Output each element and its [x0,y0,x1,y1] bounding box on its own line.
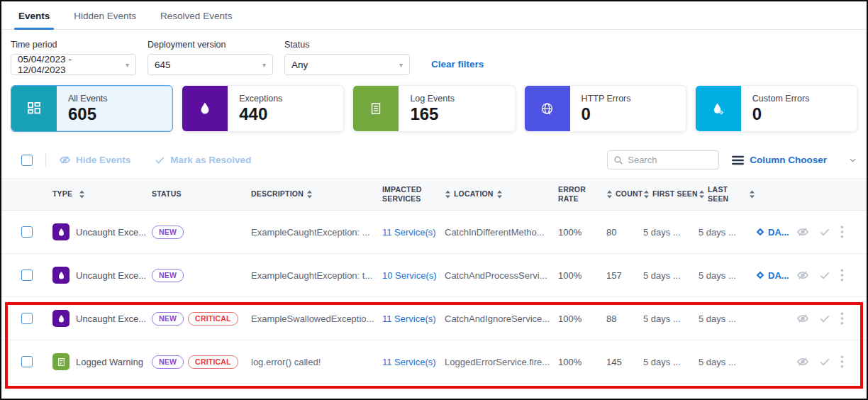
row-checkbox[interactable] [21,226,33,238]
header-status-label: STATUS [152,189,182,199]
event-description: log.error() called! [251,357,382,367]
sort-icon[interactable] [79,190,85,199]
card-label: All Events [68,94,108,104]
eye-off-icon[interactable] [796,269,809,282]
chevron-down-icon: ▾ [262,61,266,69]
error-rate: 100% [558,357,606,367]
sort-icon[interactable] [306,190,313,199]
event-count: 80 [606,227,643,238]
card-all-events[interactable]: All Events 605 [11,85,173,132]
check-icon[interactable] [819,270,830,281]
toolbar-divider [45,153,46,167]
chevron-down-icon: ▾ [126,61,129,69]
row-checkbox[interactable] [21,270,33,281]
error-rate: 100% [558,313,606,324]
impacted-services-link[interactable]: 10 Service(s) [382,270,437,281]
last-seen: 5 days ... [699,313,755,324]
sort-icon[interactable] [445,190,451,199]
header-impacted-services[interactable]: IMPACTED SERVICES [382,185,445,204]
deployment-tag[interactable]: DA... [768,227,789,238]
eye-off-icon[interactable] [796,355,809,368]
impacted-services-link[interactable]: 11 Service(s) [382,227,436,238]
header-type[interactable]: TYPE [52,189,152,199]
card-label: Custom Errors [752,94,810,104]
check-icon[interactable] [819,226,830,238]
status-label: Status [284,40,410,50]
last-seen: 5 days ... [699,227,755,238]
hide-events-button[interactable]: Hide Events [59,154,130,166]
exception-flame-icon [52,223,69,240]
table-header: TYPE STATUS DESCRIPTION IMPACTED SERVICE… [1,178,867,211]
check-icon[interactable] [819,313,830,324]
status-badge-critical: CRITICAL [188,312,238,326]
card-exceptions[interactable]: Exceptions 440 [182,85,344,132]
card-log-events[interactable]: Log Events 165 [352,85,515,132]
kebab-menu-icon[interactable] [840,312,844,325]
row-checkbox[interactable] [21,313,33,324]
card-value: 0 [582,105,631,123]
header-type-label: TYPE [52,189,72,199]
card-label: HTTP Errors [582,94,631,104]
deployment-tag[interactable]: DA... [768,270,789,281]
events-dashboard: Events Hidden Events Resolved Events Tim… [0,0,868,400]
status-value: Any [291,60,308,70]
header-last-seen[interactable]: LAST SEEN [699,185,755,204]
status-badge-new: NEW [152,226,184,239]
row-checkbox[interactable] [21,356,33,367]
header-description[interactable]: DESCRIPTION [251,189,382,199]
exception-flame-icon [52,310,69,327]
kebab-menu-icon[interactable] [840,355,844,368]
table-row: Uncaught Exce... NEW ExampleCaughtExcept… [1,211,867,254]
header-status[interactable]: STATUS [152,189,251,199]
sort-icon[interactable] [643,190,650,199]
impacted-services-link[interactable]: 11 Service(s) [382,357,436,367]
sort-icon[interactable] [606,190,613,199]
card-value: 440 [239,105,282,123]
clear-filters-link[interactable]: Clear filters [431,59,484,70]
kebab-menu-icon[interactable] [840,269,844,282]
eye-off-icon[interactable] [796,312,809,325]
collapse-chevron-icon[interactable] [848,155,857,165]
status-badge-new: NEW [152,269,184,282]
hamburger-icon [732,155,744,165]
header-count[interactable]: COUNT [606,189,643,199]
header-first-seen[interactable]: FIRST SEEN [643,189,699,199]
card-custom-errors[interactable]: Custom Errors 0 [695,85,857,132]
card-value: 605 [68,105,108,123]
tab-hidden-events[interactable]: Hidden Events [74,11,136,29]
sort-icon[interactable] [699,190,705,199]
card-label: Exceptions [239,94,282,104]
status-badge-new: NEW [152,355,184,369]
last-seen: 5 days ... [699,357,755,367]
search-input[interactable] [628,155,713,165]
last-seen: 5 days ... [699,270,755,281]
header-location[interactable]: LOCATION [445,189,558,199]
impacted-services-link[interactable]: 11 Service(s) [382,313,436,324]
sort-icon[interactable] [496,190,503,199]
globe-icon [525,86,570,131]
search-icon [613,155,623,165]
card-value: 0 [752,105,810,123]
column-chooser-button[interactable]: Column Chooser [732,155,827,165]
event-description: ExampleCaughtException: t... [251,270,382,281]
card-http-errors[interactable]: HTTP Errors 0 [524,85,686,132]
deployment-version-select[interactable]: 645 ▾ [148,54,273,75]
sort-icon[interactable] [749,190,755,199]
event-type: Uncaught Exce... [76,313,146,324]
status-select[interactable]: Any ▾ [284,54,410,75]
tab-bar: Events Hidden Events Resolved Events [1,1,867,30]
hide-events-label: Hide Events [76,155,130,165]
header-error-rate-label: ERROR RATE [558,185,585,204]
eye-off-icon[interactable] [796,226,809,238]
time-period-select[interactable]: 05/04/2023 - 12/04/2023 ▾ [11,54,136,75]
tab-events[interactable]: Events [18,11,50,29]
first-seen: 5 days ... [643,270,699,281]
kebab-menu-icon[interactable] [840,226,844,238]
event-description: ExampleCaughtException: ... [251,227,382,238]
mark-as-resolved-button[interactable]: Mark as Resolved [155,155,251,165]
tab-resolved-events[interactable]: Resolved Events [160,11,232,29]
select-all-checkbox[interactable] [21,155,33,166]
flame-gear-icon [696,86,741,131]
check-icon[interactable] [819,356,830,367]
header-error-rate[interactable]: ERROR RATE [558,185,606,204]
